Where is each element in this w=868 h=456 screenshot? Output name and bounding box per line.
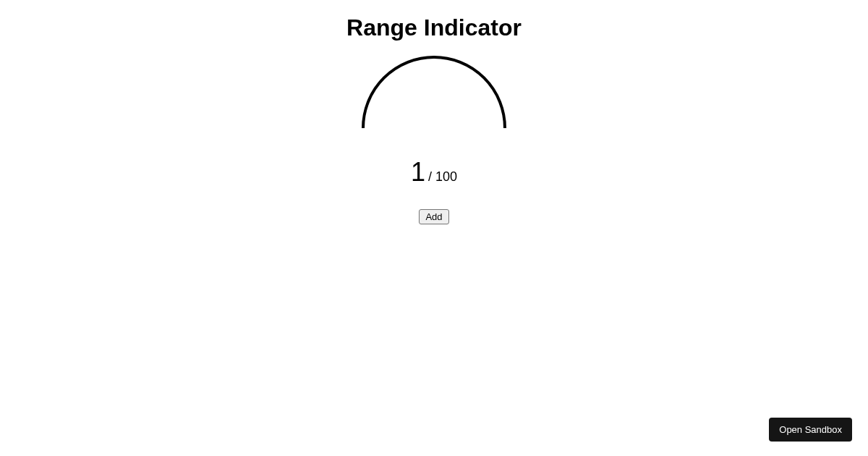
gauge-arc [362,56,506,128]
gauge-arc-path [363,57,505,128]
current-value: 1 [411,157,425,187]
value-display: 1 / 100 [411,157,457,187]
value-separator: / 100 [428,169,457,185]
page-title: Range Indicator [346,14,522,41]
gauge-svg [362,56,506,128]
add-button[interactable]: Add [419,209,448,224]
open-sandbox-button[interactable]: Open Sandbox [769,418,852,442]
main-container: Range Indicator 1 / 100 Add [0,0,868,224]
